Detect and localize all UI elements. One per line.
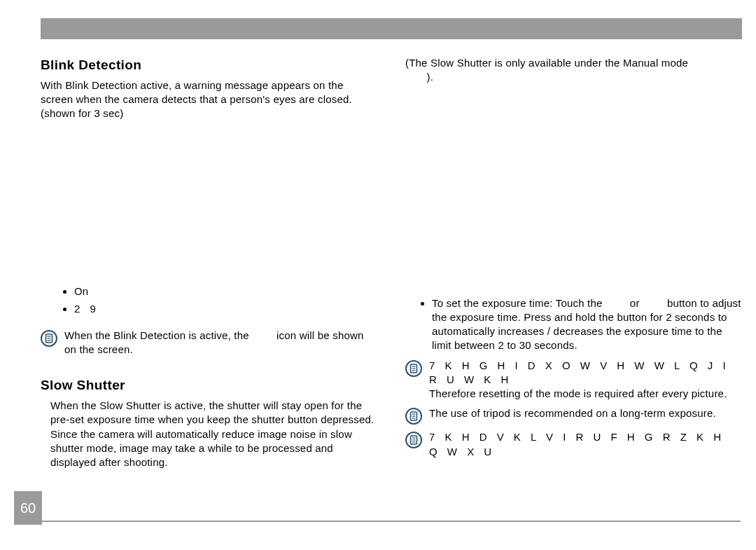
note-icon — [405, 360, 422, 377]
blink-option-off-label: 2 9 — [74, 303, 99, 315]
slow-shutter-section: Slow Shutter When the Slow Shutter is ac… — [41, 376, 377, 469]
availability-line-b: ). — [427, 71, 434, 83]
blink-detection-paragraph: With Blink Detection active, a warning m… — [41, 78, 377, 121]
note-row-default-setting: 7 K H G H I D X O W V H W W L Q J I R U … — [405, 359, 742, 401]
note-row-flash: 7 K H D V K L V I R U F H G R Z K H Q W … — [405, 430, 742, 459]
slow-shutter-availability: (The Slow Shutter is only available unde… — [405, 56, 742, 85]
blink-detection-title: Blink Detection — [41, 56, 377, 74]
blink-note-prefix: When the Blink Detection is active, the — [64, 329, 252, 341]
instr-mid: or — [626, 297, 642, 309]
note-icon — [41, 330, 57, 347]
instr-prefix: To set the exposure time: Touch the — [432, 297, 606, 309]
note-icon — [405, 432, 422, 448]
slow-shutter-title: Slow Shutter — [41, 376, 377, 394]
availability-line-a: (The Slow Shutter is only available unde… — [405, 57, 688, 69]
note1-garbled: 7 K H G H I D X O W V H W W L Q J I R U … — [429, 359, 729, 385]
top-header-bar — [41, 18, 742, 39]
blink-option-on: On — [74, 284, 377, 298]
content-columns: Blink Detection With Blink Detection act… — [41, 56, 742, 522]
blink-note-row: When the Blink Detection is active, the … — [41, 329, 377, 357]
note-icon — [405, 408, 422, 425]
note-tripod-text: The use of tripod is recommended on a lo… — [429, 406, 742, 420]
exposure-instruction-item: To set the exposure time: Touch the or b… — [432, 296, 742, 353]
note1-rest: Therefore resetting of the mode is requi… — [429, 387, 727, 399]
blink-options-list: On 2 9 — [41, 284, 377, 316]
note-flash-text: 7 K H D V K L V I R U F H G R Z K H Q W … — [429, 430, 742, 459]
note-row-tripod: The use of tripod is recommended on a lo… — [405, 406, 742, 425]
right-column: (The Slow Shutter is only available unde… — [405, 56, 742, 522]
slow-shutter-paragraph: When the Slow Shutter is active, the shu… — [41, 399, 377, 469]
left-column: Blink Detection With Blink Detection act… — [41, 56, 377, 522]
page-number-badge: 60 — [14, 491, 42, 525]
blink-option-off: 2 9 — [74, 302, 377, 316]
blink-note-text: When the Blink Detection is active, the … — [64, 329, 377, 357]
note-default-setting-text: 7 K H G H I D X O W V H W W L Q J I R U … — [429, 359, 742, 401]
exposure-instructions: To set the exposure time: Touch the or b… — [405, 296, 742, 353]
bottom-divider — [42, 521, 741, 522]
note3-garbled: 7 K H D V K L V I R U F H G R Z K H Q W … — [429, 431, 724, 457]
